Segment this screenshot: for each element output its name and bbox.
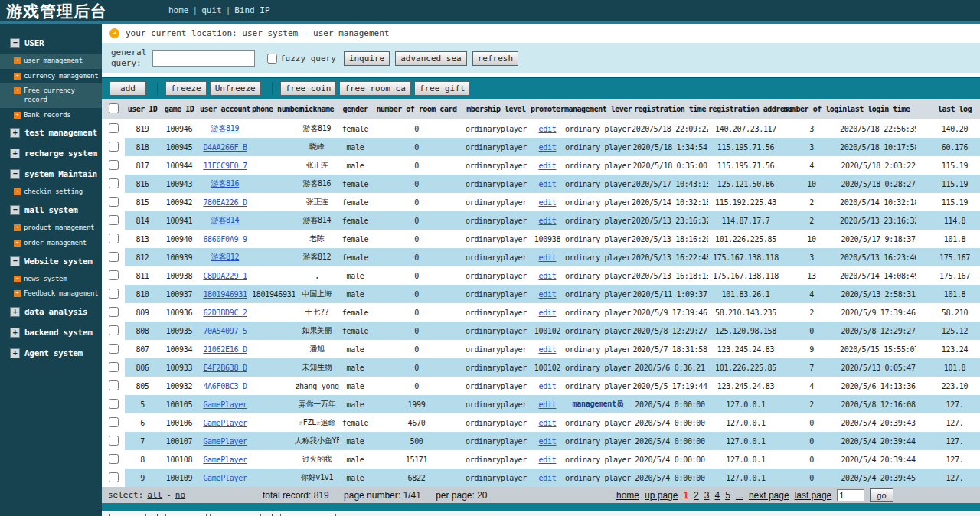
user-account-link[interactable]: D4AA266F B xyxy=(203,143,247,152)
promoter-edit-link[interactable]: edit xyxy=(539,345,557,354)
row-checkbox[interactable] xyxy=(109,344,119,354)
promoter-edit-link[interactable]: edit xyxy=(539,419,557,427)
page-link-3[interactable]: 3 xyxy=(704,490,710,501)
user-account-link[interactable]: GamePlayer xyxy=(203,400,247,409)
promoter-edit-link[interactable]: edit xyxy=(539,290,557,299)
collapse-icon[interactable]: − xyxy=(10,38,20,48)
collapse-icon[interactable]: − xyxy=(10,256,20,266)
page-link-[interactable]: ... xyxy=(736,490,743,501)
page-home-link[interactable]: home xyxy=(616,490,639,501)
page-jump-input[interactable] xyxy=(837,489,864,501)
sidebar-section-agent-system[interactable]: +Agent system xyxy=(0,343,102,364)
user-account-link[interactable]: 1801946931 xyxy=(203,290,247,299)
user-account-link[interactable]: GamePlayer xyxy=(203,474,247,482)
promoter-edit-link[interactable]: edit xyxy=(539,382,557,390)
row-checkbox[interactable] xyxy=(109,160,119,170)
row-checkbox[interactable] xyxy=(109,436,119,446)
sidebar-section-backend-system[interactable]: +backend system xyxy=(0,322,102,343)
sidebar-section-mall-system[interactable]: −mall system xyxy=(0,200,102,220)
row-checkbox[interactable] xyxy=(109,472,119,482)
fuzzy-query-checkbox[interactable] xyxy=(267,54,277,64)
promoter-edit-link[interactable]: edit xyxy=(539,437,557,446)
row-checkbox[interactable] xyxy=(109,215,119,225)
unfreeze-button[interactable]: Unfreeze xyxy=(210,81,261,96)
user-account-link[interactable]: 游客812 xyxy=(211,253,240,261)
page-link-2[interactable]: 2 xyxy=(694,490,699,501)
nav-bind-ip[interactable]: Bind IP xyxy=(234,5,270,15)
sidebar-item-bank-records[interactable]: ➜Bank records xyxy=(0,108,102,123)
row-checkbox[interactable] xyxy=(109,234,119,243)
promoter-edit-link[interactable]: edit xyxy=(539,253,557,262)
sidebar-item-checkin-setting[interactable]: ➜checkin setting xyxy=(0,185,102,200)
general-query-input[interactable] xyxy=(152,50,255,67)
user-account-link[interactable]: 4A6F0BC3 D xyxy=(203,382,247,390)
user-account-link[interactable]: 游客819 xyxy=(211,124,240,132)
nav-home[interactable]: home xyxy=(168,5,189,15)
user-account-link[interactable]: GamePlayer xyxy=(203,456,247,464)
sidebar-item-currency-management[interactable]: ➜currency management xyxy=(0,69,102,84)
sidebar-section-recharge-system[interactable]: +recharge system xyxy=(0,143,102,164)
collapse-icon[interactable]: − xyxy=(10,169,20,179)
page-up-link[interactable]: up page xyxy=(645,490,678,501)
user-account-link[interactable]: 70A54097 5 xyxy=(203,327,247,335)
page-link-5[interactable]: 5 xyxy=(725,490,730,501)
row-checkbox[interactable] xyxy=(109,289,119,299)
expand-icon[interactable]: + xyxy=(10,348,20,358)
expand-icon[interactable]: + xyxy=(10,128,20,138)
promoter-edit-link[interactable]: edit xyxy=(539,180,557,188)
user-account-link[interactable]: 游客814 xyxy=(211,216,240,224)
user-account-link[interactable]: E4F2B638 D xyxy=(203,364,247,372)
user-account-link[interactable]: GamePlayer xyxy=(203,437,247,446)
promoter-edit-link[interactable]: edit xyxy=(539,400,557,409)
sidebar-item-feedback-management[interactable]: ➜Feedback management xyxy=(0,286,102,302)
promoter-edit-link[interactable]: edit xyxy=(539,309,557,317)
user-account-link[interactable]: 11FCC9E0 7 xyxy=(203,162,247,170)
row-checkbox[interactable] xyxy=(109,380,119,390)
user-account-link[interactable]: GamePlayer xyxy=(203,419,247,427)
refresh-button[interactable]: refresh xyxy=(472,51,518,66)
select-all-link[interactable]: all xyxy=(147,490,162,500)
page-next-link[interactable]: next page xyxy=(749,490,789,501)
free-gift-button[interactable]: free gift xyxy=(414,81,471,96)
page-link-4[interactable]: 4 xyxy=(714,490,720,501)
promoter-edit-link[interactable]: edit xyxy=(539,162,557,170)
add-button[interactable]: add xyxy=(109,81,146,96)
row-checkbox[interactable] xyxy=(109,142,119,152)
row-checkbox[interactable] xyxy=(109,178,119,188)
user-account-link[interactable]: 游客816 xyxy=(211,179,240,188)
sidebar-section-user[interactable]: −USER xyxy=(0,33,102,54)
free-coin-button[interactable]: free coin xyxy=(280,81,337,96)
row-checkbox[interactable] xyxy=(109,270,119,280)
page-last-link[interactable]: last page xyxy=(795,490,832,501)
promoter-edit-link[interactable]: edit xyxy=(539,143,557,152)
expand-icon[interactable]: + xyxy=(10,149,20,158)
sidebar-section-test-management[interactable]: +test management xyxy=(0,122,102,143)
inquire-button[interactable]: inquire xyxy=(344,51,390,66)
sidebar-section-website-system[interactable]: −Website system xyxy=(0,251,102,272)
user-account-link[interactable]: 62D3BD9C 2 xyxy=(203,309,247,317)
user-account-link[interactable]: C8DDA229 1 xyxy=(203,272,247,280)
sidebar-section-data-analysis[interactable]: +data analysis xyxy=(0,302,102,322)
sidebar-section-system-maintain[interactable]: −system Maintain xyxy=(0,164,102,185)
sidebar-item-order-management[interactable]: ➜order management xyxy=(0,236,102,251)
row-checkbox[interactable] xyxy=(109,307,119,317)
expand-icon[interactable]: + xyxy=(10,328,20,338)
page-go-button[interactable]: go xyxy=(870,488,893,502)
row-checkbox[interactable] xyxy=(109,417,119,427)
user-account-link[interactable]: 780EA226 D xyxy=(203,198,247,207)
row-checkbox[interactable] xyxy=(109,252,119,262)
promoter-edit-link[interactable]: edit xyxy=(539,198,557,207)
row-checkbox[interactable] xyxy=(109,197,119,207)
sidebar-item-user-management[interactable]: ➜user management xyxy=(0,54,102,69)
promoter-edit-link[interactable]: edit xyxy=(539,125,557,133)
promoter-edit-link[interactable]: edit xyxy=(539,474,557,482)
row-checkbox[interactable] xyxy=(109,123,119,133)
freeze-button[interactable]: freeze xyxy=(165,81,207,96)
free-room-ca-button[interactable]: free room ca xyxy=(339,81,410,96)
row-checkbox[interactable] xyxy=(109,362,119,372)
promoter-edit-link[interactable]: edit xyxy=(539,272,557,280)
select-all-checkbox[interactable] xyxy=(109,103,119,113)
sidebar-item-free-currency-record[interactable]: ➜Free currency record xyxy=(0,83,102,107)
sidebar-item-product-management[interactable]: ➜product management xyxy=(0,220,102,236)
promoter-edit-link[interactable]: edit xyxy=(539,456,557,464)
